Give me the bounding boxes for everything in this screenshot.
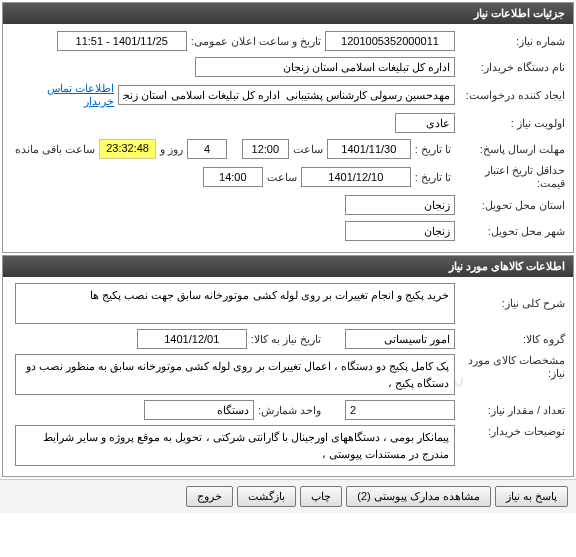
group-field[interactable] xyxy=(345,329,455,349)
buyer-field[interactable] xyxy=(195,57,455,77)
need-date-field[interactable] xyxy=(137,329,247,349)
qty-label: تعداد / مقدار نیاز: xyxy=(455,404,565,417)
group-label: گروه کالا: xyxy=(455,333,565,346)
goods-info-panel: اطلاعات کالاهای مورد نیاز ستاد تدارکات ا… xyxy=(2,255,574,477)
footer-toolbar: پاسخ به نیاز مشاهده مدارک پیوستی (2) چاپ… xyxy=(0,479,576,513)
creator-field[interactable] xyxy=(118,85,455,105)
print-button[interactable]: چاپ xyxy=(300,486,342,507)
deadline-time-field[interactable] xyxy=(242,139,289,159)
to-date-label-2: تا تاریخ : xyxy=(411,171,455,184)
announce-label: تاریخ و ساعت اعلان عمومی: xyxy=(187,35,325,48)
need-date-label: تاریخ نیاز به کالا: xyxy=(247,333,325,346)
buyer-notes-field[interactable] xyxy=(15,425,455,466)
deadline-date-field[interactable] xyxy=(327,139,411,159)
panel-title-goods: اطلاعات کالاهای مورد نیاز xyxy=(3,256,573,277)
city-label: شهر محل تحویل: xyxy=(455,225,565,238)
remain-label: ساعت باقی مانده xyxy=(11,143,99,156)
qty-field[interactable] xyxy=(345,400,455,420)
days-label: روز و xyxy=(156,143,187,156)
need-no-field[interactable] xyxy=(325,31,455,51)
creator-label: ایجاد کننده درخواست: xyxy=(455,89,565,102)
spec-label: مشخصات کالای مورد نیاز: xyxy=(455,354,565,380)
spec-field[interactable] xyxy=(15,354,455,395)
contact-buyer-link[interactable]: اطلاعات تماس خریدار xyxy=(11,82,118,108)
city-field[interactable] xyxy=(345,221,455,241)
need-no-label: شماره نیاز: xyxy=(455,35,565,48)
province-label: استان محل تحویل: xyxy=(455,199,565,212)
back-button[interactable]: بازگشت xyxy=(237,486,296,507)
unit-label: واحد شمارش: xyxy=(254,404,325,417)
view-attachments-button[interactable]: مشاهده مدارک پیوستی (2) xyxy=(346,486,491,507)
days-remain-field xyxy=(187,139,227,159)
deadline-send-label: مهلت ارسال پاسخ: xyxy=(455,143,565,156)
desc-field[interactable] xyxy=(15,283,455,324)
priority-field[interactable] xyxy=(395,113,455,133)
reply-button[interactable]: پاسخ به نیاز xyxy=(495,486,568,507)
announce-field[interactable] xyxy=(57,31,187,51)
province-field[interactable] xyxy=(345,195,455,215)
validity-date-field[interactable] xyxy=(301,167,411,187)
priority-label: اولویت نیاز : xyxy=(455,117,565,130)
validity-time-field[interactable] xyxy=(203,167,263,187)
desc-label: شرح کلی نیاز: xyxy=(455,297,565,310)
time-label-1: ساعت xyxy=(289,143,327,156)
to-date-label-1: تا تاریخ : xyxy=(411,143,455,156)
validity-label: حداقل تاریخ اعتبار قیمت: xyxy=(455,164,565,190)
need-info-panel: جزئیات اطلاعات نیاز شماره نیاز: تاریخ و … xyxy=(2,2,574,253)
countdown-timer: 23:32:48 xyxy=(99,139,156,159)
buyer-notes-label: توضیحات خریدار: xyxy=(455,425,565,438)
exit-button[interactable]: خروج xyxy=(186,486,233,507)
unit-field[interactable] xyxy=(144,400,254,420)
panel-title-need-info: جزئیات اطلاعات نیاز xyxy=(3,3,573,24)
time-label-2: ساعت xyxy=(263,171,301,184)
buyer-label: نام دستگاه خریدار: xyxy=(455,61,565,74)
